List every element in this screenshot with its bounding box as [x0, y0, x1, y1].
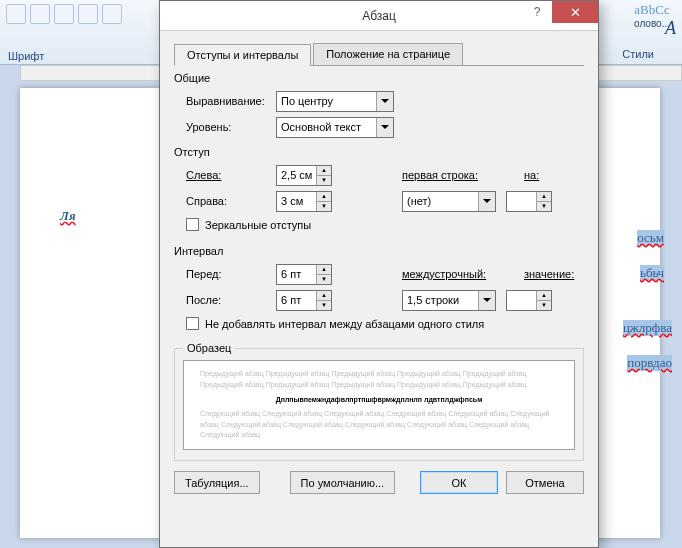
checkbox-box: [186, 218, 199, 231]
mirror-indents-label: Зеркальные отступы: [205, 219, 311, 231]
indent-left-value: 2,5 см: [281, 169, 312, 181]
outline-level-combo[interactable]: Основной текст: [276, 117, 394, 138]
tab-position[interactable]: Положение на странице: [313, 43, 463, 65]
tabs-button[interactable]: Табуляция...: [174, 471, 260, 494]
dialog-title: Абзац: [362, 9, 396, 23]
tab-strip: Отступы и интервалы Положение на страниц…: [174, 43, 584, 66]
ribbon-button[interactable]: [102, 4, 122, 24]
spinner-buttons[interactable]: ▲▼: [316, 265, 331, 284]
outline-level-label: Уровень:: [186, 121, 276, 133]
spinner-buttons[interactable]: ▲▼: [536, 291, 551, 310]
change-styles-icon[interactable]: A: [665, 18, 676, 39]
alignment-value: По центру: [281, 95, 333, 107]
indent-right-spinner[interactable]: 3 см ▲▼: [276, 191, 332, 212]
group-indent-title: Отступ: [174, 146, 584, 158]
alignment-label: Выравнивание:: [186, 95, 276, 107]
firstline-combo[interactable]: (нет): [402, 191, 496, 212]
preview-box: Предыдущий абзац Предыдущий абзац Предыд…: [183, 360, 575, 450]
space-after-value: 6 пт: [281, 294, 301, 306]
indent-by-spinner[interactable]: ▲▼: [506, 191, 552, 212]
spinner-buttons[interactable]: ▲▼: [316, 192, 331, 211]
preview-sample-text: Дплпывпемжндафвлпртпшфврмждплнлп лдвтплд…: [200, 396, 558, 403]
preview-after-text: Следующий абзац Следующий абзац Следующи…: [200, 409, 558, 441]
ribbon-group-styles-label: Стили: [622, 48, 654, 60]
mirror-indents-checkbox[interactable]: Зеркальные отступы: [186, 218, 584, 231]
chevron-down-icon: [478, 291, 495, 310]
ribbon-button[interactable]: [6, 4, 26, 24]
ribbon-button[interactable]: [30, 4, 50, 24]
group-general: Общие Выравнивание: По центру Уровень: О…: [174, 72, 584, 138]
checkbox-box: [186, 317, 199, 330]
spacing-value-label: значение:: [524, 268, 574, 280]
bg-text: цжлрфва: [623, 320, 672, 336]
line-spacing-combo[interactable]: 1,5 строки: [402, 290, 496, 311]
cancel-button[interactable]: Отмена: [506, 471, 584, 494]
firstline-label: первая строка:: [402, 169, 502, 181]
group-general-title: Общие: [174, 72, 584, 84]
tab-indents[interactable]: Отступы и интервалы: [174, 44, 311, 66]
space-before-value: 6 пт: [281, 268, 301, 280]
chevron-down-icon: [376, 92, 393, 111]
spinner-buttons[interactable]: ▲▼: [536, 192, 551, 211]
ribbon-button[interactable]: [78, 4, 98, 24]
bg-text: порвдао: [627, 355, 672, 371]
ribbon-button[interactable]: [54, 4, 74, 24]
space-before-label: Перед:: [186, 268, 276, 280]
close-button[interactable]: ✕: [552, 1, 598, 23]
line-spacing-label: междустрочный:: [402, 268, 502, 280]
spacing-value-spinner[interactable]: ▲▼: [506, 290, 552, 311]
default-button[interactable]: По умолчанию...: [290, 471, 396, 494]
outline-level-value: Основной текст: [281, 121, 361, 133]
help-button[interactable]: ?: [522, 1, 552, 23]
bg-text: ьбьч: [640, 265, 664, 281]
chevron-down-icon: [478, 192, 495, 211]
indent-left-label: Слева:: [186, 169, 276, 181]
chevron-down-icon: [376, 118, 393, 137]
preview-before-text: Предыдущий абзац Предыдущий абзац Предыд…: [200, 369, 558, 390]
spinner-buttons[interactable]: ▲▼: [316, 291, 331, 310]
paragraph-dialog: Абзац ? ✕ Отступы и интервалы Положение …: [159, 0, 599, 548]
alignment-combo[interactable]: По центру: [276, 91, 394, 112]
indent-right-value: 3 см: [281, 195, 303, 207]
group-preview-title: Образец: [183, 342, 235, 354]
ok-button[interactable]: ОК: [420, 471, 498, 494]
nospace-samestyle-checkbox[interactable]: Не добавлять интервал между абзацами одн…: [186, 317, 584, 330]
firstline-value: (нет): [407, 195, 431, 207]
group-spacing: Интервал Перед: 6 пт ▲▼ междустрочный: з…: [174, 245, 584, 330]
group-indent: Отступ Слева: 2,5 см ▲▼ первая строка: н…: [174, 146, 584, 231]
space-before-spinner[interactable]: 6 пт ▲▼: [276, 264, 332, 285]
bg-text: осьм: [637, 230, 664, 246]
bg-text: Ля: [60, 208, 76, 224]
style-preview-text: aBbCc: [634, 2, 669, 18]
space-after-spinner[interactable]: 6 пт ▲▼: [276, 290, 332, 311]
indent-right-label: Справа:: [186, 195, 276, 207]
spinner-buttons[interactable]: ▲▼: [316, 166, 331, 185]
group-preview: Образец Предыдущий абзац Предыдущий абза…: [174, 342, 584, 461]
indent-left-spinner[interactable]: 2,5 см ▲▼: [276, 165, 332, 186]
space-after-label: После:: [186, 294, 276, 306]
dialog-footer: Табуляция... По умолчанию... ОК Отмена: [160, 471, 598, 506]
ribbon-group-font-label: Шрифт: [8, 50, 44, 62]
titlebar: Абзац ? ✕: [160, 1, 598, 31]
nospace-samestyle-label: Не добавлять интервал между абзацами одн…: [205, 318, 484, 330]
indent-by-label: на:: [524, 169, 539, 181]
line-spacing-value: 1,5 строки: [407, 294, 459, 306]
group-spacing-title: Интервал: [174, 245, 584, 257]
